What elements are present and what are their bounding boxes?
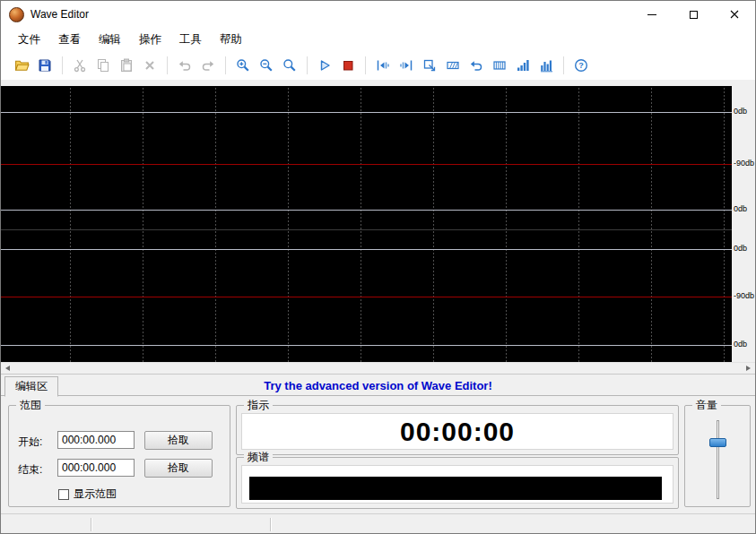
open-folder-icon [14, 58, 30, 73]
toolbar: ? [1, 51, 755, 80]
menu-edit[interactable]: 编辑 [90, 29, 130, 51]
level-line-0db-ch1-bottom [1, 210, 732, 211]
minimize-icon [647, 14, 656, 15]
show-range-row: 显示范围 [58, 487, 117, 502]
toolbar-separator [167, 56, 168, 74]
end-label: 结束: [18, 462, 42, 478]
db-scale-ruler: 0db -90db 0db 0db -90db 0db [732, 86, 756, 362]
editor-panel: 编辑区 Try the advanced version of Wave Edi… [1, 374, 755, 513]
paste-mix-button[interactable] [418, 54, 441, 77]
maximize-button[interactable] [673, 1, 714, 28]
menu-view[interactable]: 查看 [49, 29, 90, 51]
statusbar-separator [270, 518, 271, 531]
toolbar-separator [563, 56, 564, 74]
play-icon [317, 58, 332, 73]
close-button[interactable] [714, 1, 755, 28]
menu-file[interactable]: 文件 [9, 29, 49, 51]
range-group: 范围 开始: 拾取 结束: 拾取 显示范围 [8, 405, 230, 507]
help-button[interactable]: ? [569, 54, 593, 77]
minimize-button[interactable] [631, 1, 673, 28]
delete-button[interactable] [138, 54, 161, 77]
waveform-canvas[interactable] [1, 86, 732, 362]
zoom-in-button[interactable] [231, 54, 255, 77]
tab-edit-area[interactable]: 编辑区 [4, 376, 58, 397]
start-time-input[interactable] [57, 431, 135, 449]
horizontal-scrollbar[interactable] [1, 362, 755, 374]
save-button[interactable] [33, 54, 56, 77]
level-line-0db-ch2-bottom [1, 345, 732, 346]
undo-icon [178, 58, 192, 73]
copy-icon [96, 58, 110, 73]
goto-start-button[interactable] [371, 54, 395, 77]
wave-editor-window: Wave Editor 文件 查看 编辑 操作 工具 帮助 [0, 0, 756, 534]
menu-tools[interactable]: 工具 [170, 29, 211, 51]
db-label: 0db [734, 204, 747, 213]
promo-link[interactable]: Try the advanced version of Wave Editor! [1, 379, 755, 392]
zoom-fit-button[interactable] [278, 54, 301, 77]
redo-button[interactable] [196, 54, 220, 77]
spectrum-group-title: 频谱 [244, 451, 273, 463]
pattern-button[interactable] [488, 54, 511, 77]
levels-button[interactable] [511, 54, 534, 77]
silence-button[interactable] [441, 54, 465, 77]
level-line-0db-ch2-top [1, 249, 732, 250]
stop-icon [341, 58, 355, 73]
volume-group: 音量 [684, 405, 751, 507]
pick-end-button[interactable]: 拾取 [144, 459, 213, 478]
paste-button[interactable] [115, 54, 138, 77]
goto-end-icon [399, 58, 413, 73]
svg-text:?: ? [578, 61, 584, 70]
spectrum-group: 频谱 [236, 457, 679, 509]
indicator-group-title: 指示 [244, 399, 273, 411]
cut-button[interactable] [68, 54, 91, 77]
show-range-label: 显示范围 [74, 487, 117, 502]
copy-button[interactable] [91, 54, 115, 77]
play-button[interactable] [313, 54, 336, 77]
menu-bar: 文件 查看 编辑 操作 工具 帮助 [1, 28, 755, 51]
scroll-right-arrow-icon[interactable] [746, 366, 751, 371]
revert-button[interactable] [465, 54, 488, 77]
db-label: -90db [734, 291, 754, 300]
paste-icon [119, 58, 134, 73]
menu-help[interactable]: 帮助 [211, 29, 251, 51]
volume-slider-thumb[interactable] [709, 438, 726, 447]
spectrum-analyzer-button[interactable] [534, 54, 558, 77]
start-label: 开始: [18, 435, 42, 450]
stop-button[interactable] [336, 54, 360, 77]
indicator-group: 指示 00:00:00 [236, 405, 679, 455]
channel-separator-line [1, 229, 732, 230]
help-icon: ? [574, 58, 588, 73]
time-display: 00:00:00 [400, 417, 515, 447]
levels-icon [516, 58, 530, 73]
volume-group-title: 音量 [692, 399, 721, 411]
db-label: 0db [734, 244, 747, 253]
open-button[interactable] [10, 54, 33, 77]
range-group-title: 范围 [16, 399, 45, 411]
time-display-panel: 00:00:00 [241, 413, 673, 450]
save-icon [38, 58, 52, 73]
volume-slider-track[interactable] [717, 420, 719, 499]
toolbar-separator [225, 56, 226, 74]
show-range-checkbox[interactable] [58, 489, 69, 500]
spectrum-panel [241, 465, 673, 504]
undo-button[interactable] [173, 54, 196, 77]
title-bar: Wave Editor [1, 1, 755, 28]
redo-icon [201, 58, 215, 73]
db-label: -90db [734, 159, 754, 168]
zoom-in-icon [236, 58, 250, 73]
scroll-left-arrow-icon[interactable] [5, 366, 10, 371]
level-line-neg90db-ch2 [1, 297, 732, 297]
close-icon [730, 10, 739, 19]
pick-start-button[interactable]: 拾取 [144, 431, 213, 450]
maximize-icon [690, 11, 698, 19]
toolbar-separator [62, 56, 63, 74]
cut-icon [73, 58, 87, 73]
menu-operate[interactable]: 操作 [130, 29, 170, 51]
goto-end-button[interactable] [395, 54, 418, 77]
zoom-fit-icon [282, 58, 297, 73]
zoom-out-button[interactable] [255, 54, 278, 77]
goto-start-icon [376, 58, 390, 73]
db-label: 0db [734, 340, 747, 349]
app-logo-icon [9, 7, 24, 22]
end-time-input[interactable] [57, 459, 135, 477]
